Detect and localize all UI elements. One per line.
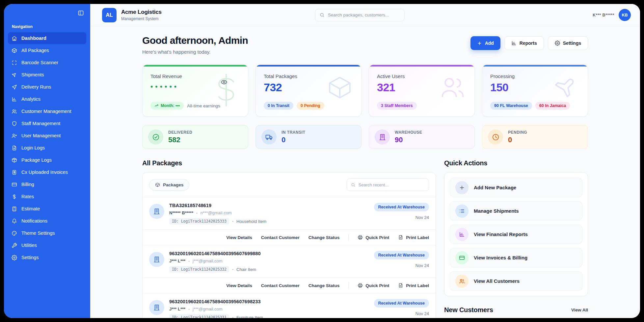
- tab-packages[interactable]: Packages: [149, 179, 189, 191]
- sidebar-item-user-management[interactable]: User Management: [8, 130, 86, 142]
- package-icon: [155, 182, 160, 187]
- package-row[interactable]: 9632001960201467589400395607698233 J*** …: [143, 293, 436, 318]
- status-value: 0: [508, 136, 527, 144]
- status-label: DELIVERED: [168, 130, 192, 135]
- status-badge: Received At Warehouse: [374, 203, 429, 211]
- sidebar-item-dashboard[interactable]: Dashboard: [8, 32, 86, 44]
- stat-card-active-users[interactable]: Active Users 321 3 Staff Members: [369, 65, 475, 117]
- quick-action-add-new-package[interactable]: Add New Package: [450, 178, 582, 197]
- user-avatar[interactable]: KB: [619, 9, 631, 21]
- credit-card-icon: [455, 251, 469, 264]
- sidebar-item-label: Login Logs: [21, 145, 45, 150]
- stat-card-total-packages[interactable]: Total Packages 732 0 In Transit 0 Pendin…: [255, 65, 362, 117]
- print-label-link[interactable]: Print Label: [398, 235, 429, 240]
- sidebar-item-label: Shipments: [21, 72, 44, 77]
- quick-action-manage-shipments[interactable]: Manage Shipments: [450, 201, 582, 221]
- sidebar-item-customer-management[interactable]: Customer Management: [8, 105, 86, 117]
- contact-customer-link[interactable]: Contact Customer: [261, 283, 300, 288]
- credit-card-icon: [12, 182, 17, 187]
- stat-card-processing[interactable]: Processing 150 90 FL Warehouse 60 In Jam…: [482, 65, 588, 117]
- pending-badge: 0 Pending: [297, 102, 324, 110]
- sidebar-item-delivery-runs[interactable]: Delivery Runs: [8, 81, 86, 93]
- file-text-icon: [12, 145, 17, 151]
- bar-chart-icon: [12, 96, 17, 102]
- quick-action-label: View Financial Reports: [474, 231, 528, 237]
- customer-email: n***@gmail.com: [201, 210, 232, 215]
- quick-print-link[interactable]: Quick Print: [358, 283, 389, 288]
- quick-action-view-all-customers[interactable]: View All Customers: [450, 271, 582, 291]
- settings-button[interactable]: Settings: [548, 36, 588, 50]
- users-icon: [455, 275, 469, 288]
- staff-members-badge: 3 Staff Members: [377, 102, 417, 110]
- status-card-in-transit[interactable]: IN TRANSIT 0: [255, 125, 362, 149]
- view-details-link[interactable]: View Details: [226, 283, 252, 288]
- change-status-link[interactable]: Change Status: [309, 283, 340, 288]
- sidebar-item-rates[interactable]: Rates: [8, 191, 86, 202]
- sidebar-item-billing[interactable]: Billing: [8, 178, 86, 190]
- sidebar-collapse-icon[interactable]: [76, 9, 85, 17]
- item-type: Furniture Item: [236, 315, 263, 318]
- main-content: Good afternoon, Admin Here's what's happ…: [90, 26, 640, 318]
- add-button[interactable]: Add: [470, 36, 500, 50]
- in-jamaica-badge: 60 In Jamaica: [535, 102, 570, 110]
- view-all-link[interactable]: View All: [571, 308, 588, 312]
- recent-search[interactable]: [347, 178, 429, 191]
- status-card-pending[interactable]: PENDING 0: [482, 125, 588, 149]
- view-details-link[interactable]: View Details: [226, 235, 252, 240]
- sidebar-item-login-logs[interactable]: Login Logs: [8, 142, 86, 154]
- quick-print-link[interactable]: Quick Print: [358, 235, 389, 240]
- reports-button[interactable]: Reports: [504, 36, 544, 50]
- stat-title: Total Revenue: [150, 73, 240, 79]
- status-value: 582: [168, 136, 192, 144]
- recent-search-input[interactable]: [359, 182, 425, 187]
- check-circle-icon: [148, 129, 163, 145]
- sidebar-item-label: Theme Settings: [21, 230, 55, 236]
- change-status-link[interactable]: Change Status: [309, 235, 340, 240]
- scan-icon: [12, 60, 17, 66]
- status-card-delivered[interactable]: DELIVERED 582: [142, 125, 248, 149]
- label-icon: [398, 283, 403, 288]
- sidebar-item-barcode-scanner[interactable]: Barcode Scanner: [8, 57, 86, 68]
- sidebar-item-staff-management[interactable]: Staff Management: [8, 118, 86, 129]
- global-search-input[interactable]: [328, 13, 400, 17]
- stat-value: 321: [377, 81, 467, 94]
- global-search[interactable]: [315, 9, 405, 21]
- package-row[interactable]: 9632001960201467589400395607699880 J*** …: [143, 245, 436, 278]
- fl-warehouse-badge: 90 FL Warehouse: [490, 102, 532, 110]
- quick-action-label: View Invoices & Billing: [474, 255, 527, 260]
- package-row[interactable]: TBA326185748619 N***** B***** • n***@gma…: [143, 197, 436, 229]
- new-customers-heading: New Customers: [444, 306, 493, 314]
- sidebar-item-all-packages[interactable]: All Packages: [8, 44, 86, 56]
- stat-value: 732: [264, 81, 353, 94]
- sidebar-item-settings[interactable]: Settings: [8, 252, 86, 263]
- stat-value: 150: [490, 81, 580, 94]
- package-row-actions: View Details Contact Customer Change Sta…: [143, 278, 436, 293]
- status-label: PENDING: [508, 130, 527, 135]
- sidebar-item-label: Settings: [21, 255, 39, 260]
- sidebar-item-theme-settings[interactable]: Theme Settings: [8, 227, 86, 239]
- print-label-link[interactable]: Print Label: [398, 283, 429, 288]
- users-icon: [12, 109, 17, 114]
- wrench-icon: [12, 243, 17, 248]
- stat-card-total-revenue[interactable]: Total Revenue •••••• Month: ••• All-time…: [142, 65, 248, 117]
- status-label: IN TRANSIT: [282, 130, 305, 135]
- sidebar-item-estimate[interactable]: Estimate: [8, 203, 86, 215]
- sidebar-item-cx-uploaded-invoices[interactable]: Cx Uploaded Invoices: [8, 166, 86, 178]
- sidebar-item-analytics[interactable]: Analytics: [8, 93, 86, 105]
- customer-email: j***@gmail.com: [193, 307, 223, 311]
- all-packages-heading: All Packages: [142, 159, 436, 167]
- quick-action-view-invoices-billing[interactable]: View Invoices & Billing: [450, 248, 582, 267]
- receipt-icon: [12, 170, 17, 175]
- status-card-warehouse[interactable]: WAREHOUSE 90: [369, 125, 475, 149]
- package-id-chip: ID: LogiTrack11242025333: [169, 218, 229, 225]
- month-badge: Month: •••: [150, 102, 184, 110]
- sidebar-item-package-logs[interactable]: Package Logs: [8, 154, 86, 166]
- sidebar-item-notifications[interactable]: Notifications: [8, 215, 86, 227]
- eye-icon[interactable]: [221, 79, 228, 87]
- contact-customer-link[interactable]: Contact Customer: [261, 235, 300, 240]
- quick-action-view-financial-reports[interactable]: View Financial Reports: [450, 225, 582, 244]
- sidebar-item-shipments[interactable]: Shipments: [8, 69, 86, 81]
- quick-action-label: Add New Package: [474, 185, 516, 190]
- tab-packages-label: Packages: [163, 182, 183, 187]
- sidebar-item-utilities[interactable]: Utilities: [8, 239, 86, 251]
